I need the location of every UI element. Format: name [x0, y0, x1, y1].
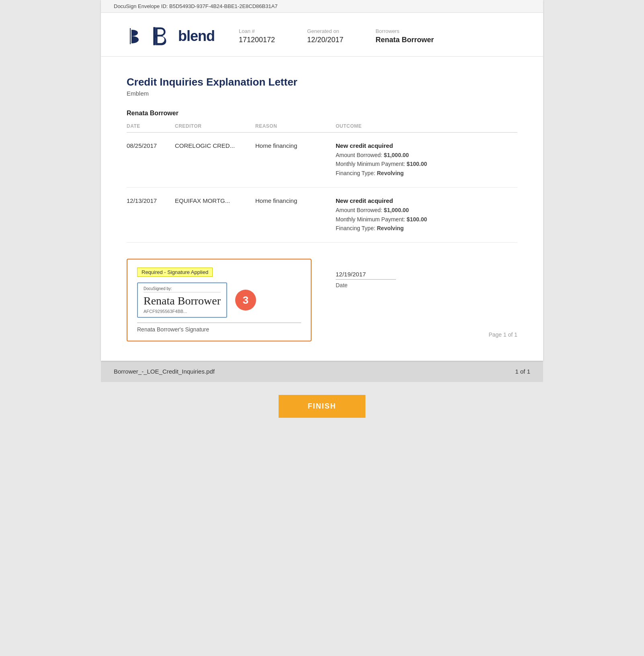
bottom-bar: Borrower_-_LOE_Credit_Inquiries.pdf 1 of… [101, 361, 543, 382]
page-wrapper: DocuSign Envelope ID: B5D5493D-937F-4B24… [0, 0, 644, 437]
bottom-pages: 1 of 1 [515, 368, 530, 375]
col-date: DATE [127, 123, 175, 129]
document-body: Credit Inquiries Explanation Letter Embl… [101, 57, 543, 361]
blend-logo-graphic [152, 26, 172, 47]
borrowers-label: Borrowers [375, 28, 434, 34]
signature-inner-area: DocuSigned by: Renata Borrower AFCF92955… [137, 282, 301, 318]
row1-outcome: New credit acquired Amount Borrowed: $1,… [336, 142, 517, 178]
row2-outcome-line1: Amount Borrowed: $1,000.00 [336, 206, 517, 215]
date-label: Date [336, 282, 396, 288]
envelope-id-bar: DocuSign Envelope ID: B5D5493D-937F-4B24… [101, 0, 543, 13]
row1-outcome-line3: Financing Type: Revolving [336, 169, 517, 178]
signature-section: Required - Signature Applied DocuSigned … [127, 259, 517, 341]
logo-text: blend [178, 28, 215, 45]
sig-line-divider [137, 323, 301, 323]
col-creditor: CREDITOR [175, 123, 255, 129]
table-header: DATE CREDITOR REASON OUTCOME [127, 123, 517, 133]
required-badge: Required - Signature Applied [137, 268, 213, 277]
row1-creditor: CORELOGIC CRED... [175, 142, 255, 178]
logo-area: blend [127, 26, 215, 47]
loan-label: Loan # [239, 28, 275, 34]
docusigned-label: DocuSigned by: [144, 286, 221, 292]
sig-label: Renata Borrower's Signature [137, 326, 301, 333]
col-reason: REASON [255, 123, 336, 129]
page-of-text: Page 1 of 1 [488, 331, 517, 338]
envelope-id-text: DocuSign Envelope ID: B5D5493D-937F-4B24… [114, 3, 278, 9]
date-value: 12/19/2017 [336, 271, 396, 280]
row1-date: 08/25/2017 [127, 142, 175, 178]
signature-hash: AFCF9295563F4BB... [144, 309, 221, 314]
document-header: blend Loan # 171200172 Generated on 12/2… [101, 13, 543, 57]
header-loan: Loan # 171200172 [239, 28, 275, 44]
document-container: DocuSign Envelope ID: B5D5493D-937F-4B24… [101, 0, 543, 361]
row2-outcome-title: New credit acquired [336, 197, 517, 204]
header-generated: Generated on 12/20/2017 [307, 28, 343, 44]
row2-outcome-line3: Financing Type: Revolving [336, 224, 517, 233]
row1-outcome-title: New credit acquired [336, 142, 517, 149]
docusign-signature-box: DocuSigned by: Renata Borrower AFCF92955… [137, 282, 227, 318]
loan-value: 171200172 [239, 36, 275, 44]
table-row: 12/13/2017 EQUIFAX MORTG... Home financi… [127, 188, 517, 243]
blend-logo-icon [127, 26, 148, 47]
finish-button[interactable]: FINISH [279, 395, 365, 418]
row2-reason: Home financing [255, 197, 336, 233]
generated-label: Generated on [307, 28, 343, 34]
bottom-filename: Borrower_-_LOE_Credit_Inquiries.pdf [114, 368, 215, 375]
step-badge[interactable]: 3 [235, 290, 256, 311]
page-indicator: Page 1 of 1 [488, 331, 517, 341]
signature-cursive: Renata Borrower [144, 295, 221, 307]
row2-outcome: New credit acquired Amount Borrowed: $1,… [336, 197, 517, 233]
header-borrowers: Borrowers Renata Borrower [375, 28, 434, 44]
generated-value: 12/20/2017 [307, 36, 343, 44]
borrower-name: Renata Borrower [127, 110, 517, 117]
row2-outcome-line2: Monthly Minimum Payment: $100.00 [336, 215, 517, 224]
col-outcome: OUTCOME [336, 123, 517, 129]
borrowers-value: Renata Borrower [375, 36, 434, 44]
row2-creditor: EQUIFAX MORTG... [175, 197, 255, 233]
row1-outcome-line2: Monthly Minimum Payment: $100.00 [336, 159, 517, 168]
finish-btn-container: FINISH [101, 382, 543, 437]
row1-outcome-line1: Amount Borrowed: $1,000.00 [336, 151, 517, 159]
doc-subtitle: Emblem [127, 90, 517, 97]
signature-box-outer: Required - Signature Applied DocuSigned … [127, 259, 312, 341]
row1-reason: Home financing [255, 142, 336, 178]
table-row: 08/25/2017 CORELOGIC CRED... Home financ… [127, 133, 517, 188]
header-info: Loan # 171200172 Generated on 12/20/2017… [239, 26, 517, 44]
doc-title: Credit Inquiries Explanation Letter [127, 76, 517, 88]
row2-date: 12/13/2017 [127, 197, 175, 233]
date-section: 12/19/2017 Date [336, 259, 396, 288]
